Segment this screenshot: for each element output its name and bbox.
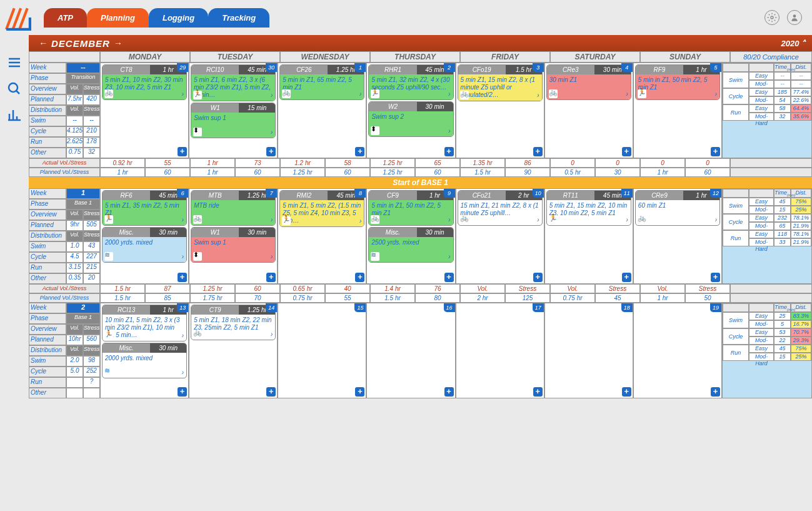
- bike-icon: [193, 330, 202, 338]
- svg-point-5: [9, 83, 18, 92]
- workout-card[interactable]: RCI1045 min 5 min Z1, 6 min Z2, 3 x (6 m…: [191, 64, 276, 101]
- workout-card[interactable]: W130 min Swim sup 1›: [191, 227, 276, 263]
- day-cell: 19 +: [633, 303, 722, 398]
- year-selector[interactable]: 2020 ˄: [781, 39, 806, 48]
- workout-card[interactable]: MTB1.25 hr MTB ride›: [191, 190, 276, 226]
- day-cell: 13 RCI131 hr 10 min Z1, 5 min Z2, 3 x (3…: [100, 303, 189, 398]
- tab-tracking[interactable]: Tracking: [208, 8, 269, 28]
- add-workout-button[interactable]: +: [711, 387, 720, 397]
- workout-card[interactable]: RF645 min 5 min Z1, 35 min Z2, 5 min Z1›: [102, 190, 187, 226]
- week-number[interactable]: --: [66, 63, 100, 73]
- compliance-panel: Time(min)Dist. Swim Easy4575% Mod-Hard15…: [722, 188, 812, 284]
- workout-card[interactable]: CFo212 hr 15 min Z1, 21 min Z2, 8 x (1 m…: [458, 190, 543, 226]
- add-workout-button[interactable]: +: [444, 387, 454, 397]
- add-workout-button[interactable]: +: [266, 147, 276, 156]
- add-workout-button[interactable]: +: [533, 147, 543, 156]
- tab-logging[interactable]: Logging: [149, 8, 208, 28]
- str-icon: [193, 128, 202, 136]
- svg-point-1: [793, 14, 796, 18]
- workout-card[interactable]: RCI131 hr 10 min Z1, 5 min Z2, 3 x (3 mi…: [102, 305, 187, 342]
- workout-card[interactable]: CRe330 min 30 min Z1›: [546, 64, 631, 100]
- add-workout-button[interactable]: +: [533, 387, 543, 397]
- add-workout-button[interactable]: +: [622, 387, 631, 397]
- workout-card[interactable]: W115 min Swim sup 1›: [191, 103, 276, 138]
- swim-icon: [371, 252, 379, 261]
- day-header: TUESDAY: [190, 51, 280, 63]
- week-number[interactable]: 2: [66, 303, 100, 313]
- workout-card[interactable]: Misc.30 min 2500 yrds. mixed›: [368, 227, 453, 263]
- chart-icon[interactable]: [6, 106, 23, 124]
- bike-icon: [460, 215, 469, 224]
- workout-card[interactable]: CT91.25 hr 5 min Z1, 18 min Z2, 22 min Z…: [191, 305, 276, 340]
- tab-planning[interactable]: Planning: [87, 8, 149, 28]
- workout-card[interactable]: Misc.30 min 2000 yrds. mixed›: [102, 343, 187, 378]
- str-icon: [371, 126, 379, 135]
- add-workout-button[interactable]: +: [622, 273, 631, 282]
- run-icon: [193, 91, 202, 99]
- day-header: MONDAY: [100, 51, 190, 63]
- day-header: FRIDAY: [460, 51, 550, 63]
- workout-card[interactable]: CF91 hr 5 min in Z1, 50 min Z2, 5 min Z1…: [368, 190, 453, 226]
- run-icon: [104, 215, 113, 224]
- bike-icon: [638, 215, 646, 224]
- workout-card[interactable]: Misc.30 min 2000 yrds. mixed›: [102, 227, 187, 263]
- run-icon: [638, 89, 646, 98]
- week-number[interactable]: 1: [66, 188, 100, 199]
- user-icon[interactable]: [787, 10, 802, 25]
- day-number: 13: [177, 303, 188, 312]
- add-workout-button[interactable]: +: [444, 273, 454, 282]
- swim-icon: [104, 368, 113, 377]
- add-workout-button[interactable]: +: [178, 387, 187, 397]
- add-workout-button[interactable]: +: [622, 147, 631, 156]
- tab-atp[interactable]: ATP: [44, 8, 87, 28]
- svg-line-6: [16, 91, 19, 94]
- add-workout-button[interactable]: +: [355, 387, 364, 397]
- menu-icon[interactable]: [6, 54, 23, 71]
- add-workout-button[interactable]: +: [355, 147, 364, 156]
- bike-icon: [104, 89, 113, 98]
- add-workout-button[interactable]: +: [444, 147, 454, 156]
- add-workout-button[interactable]: +: [711, 273, 720, 282]
- day-number: 6: [177, 189, 188, 198]
- settings-icon[interactable]: [764, 10, 779, 25]
- day-cell: 11 RT1145 min 5 min Z1, 15 min Z2, 10 mi…: [544, 188, 633, 284]
- workout-card[interactable]: RMI245 min 5 min Z1, 5 min Z2, (1.5 min …: [279, 190, 364, 227]
- day-cell: 5 RF91 hr 5 min in Z1, 50 min Z2, 5 min …: [633, 63, 722, 158]
- run-icon: [371, 89, 379, 98]
- day-number: 16: [444, 303, 455, 312]
- day-cell: 1 CF261.25 hr 5 min in Z1, 65 min Z2, 5 …: [278, 63, 366, 158]
- workout-card[interactable]: CT81 hr 5 min Z1, 10 min Z2, 30 min Z3, …: [102, 64, 187, 100]
- day-number: 10: [533, 189, 544, 198]
- workout-card[interactable]: RF91 hr 5 min in Z1, 50 min Z2, 5 min Z1…: [635, 64, 720, 100]
- day-cell: 7 MTB1.25 hr MTB ride› W130 min Swim sup…: [189, 188, 278, 284]
- workout-card[interactable]: RT1145 min 5 min Z1, 15 min Z2, 10 min Z…: [546, 190, 631, 226]
- day-cell: 6 RF645 min 5 min Z1, 35 min Z2, 5 min Z…: [100, 188, 189, 284]
- bike-icon: [460, 91, 469, 99]
- search-icon[interactable]: [6, 80, 23, 98]
- add-workout-button[interactable]: +: [711, 147, 720, 156]
- day-number: 8: [354, 189, 366, 198]
- bike-icon: [282, 89, 291, 98]
- workout-card[interactable]: CRe91 hr 60 min Z1›: [635, 190, 720, 226]
- day-number: 5: [710, 63, 721, 72]
- day-cell: 14 CT91.25 hr 5 min Z1, 18 min Z2, 22 mi…: [189, 303, 278, 398]
- add-workout-button[interactable]: +: [178, 147, 187, 156]
- prev-month-arrow[interactable]: ←: [35, 38, 51, 48]
- day-number: 11: [621, 189, 633, 198]
- day-cell: 17 +: [456, 303, 544, 398]
- workout-card[interactable]: CF261.25 hr 5 min in Z1, 65 min Z2, 5 mi…: [279, 64, 364, 100]
- run-icon: [104, 331, 113, 340]
- workout-card[interactable]: CFo191.5 hr 5 min Z1, 15 min Z2, 8 x (1 …: [458, 64, 543, 101]
- add-workout-button[interactable]: +: [355, 273, 364, 282]
- phase-bar: Start of BASE 1: [29, 177, 812, 188]
- add-workout-button[interactable]: +: [178, 273, 187, 282]
- svg-point-0: [771, 16, 773, 19]
- workout-card[interactable]: W230 min Swim sup 2›: [368, 101, 453, 137]
- add-workout-button[interactable]: +: [266, 273, 276, 282]
- add-workout-button[interactable]: +: [533, 273, 543, 282]
- add-workout-button[interactable]: +: [266, 387, 276, 397]
- workout-card[interactable]: RHR145 min 5 min Z1, 32 min Z2, 4 x (30 …: [368, 64, 453, 100]
- next-month-arrow[interactable]: →: [110, 38, 126, 48]
- day-cell: 15 +: [278, 303, 366, 398]
- bike-icon: [549, 89, 558, 98]
